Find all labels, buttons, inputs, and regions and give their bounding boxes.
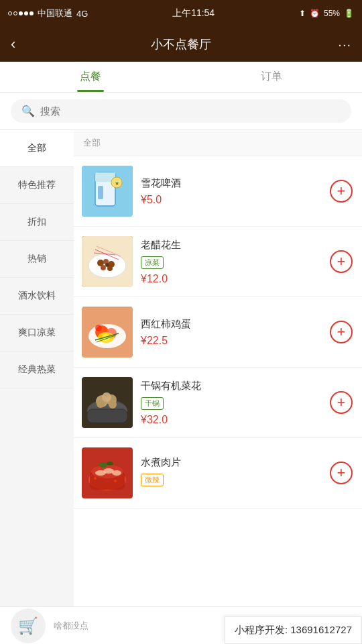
search-bar: 🔍 — [0, 93, 362, 130]
sidebar-item-drinks[interactable]: 酒水饮料 — [0, 278, 74, 315]
battery-label: 55% — [324, 9, 340, 18]
add-button-1[interactable]: + — [330, 180, 353, 203]
food-name-1: 雪花啤酒 — [141, 177, 322, 190]
svg-point-40 — [112, 470, 121, 476]
svg-point-30 — [102, 392, 111, 402]
food-image-3 — [82, 307, 133, 358]
svg-point-13 — [105, 263, 109, 267]
network-label: 4G — [76, 9, 88, 19]
svg-rect-33 — [87, 409, 127, 423]
food-price-1: ¥5.0 — [141, 194, 322, 206]
food-price-2: ¥12.0 — [141, 273, 322, 285]
food-info-2: 老醋花生 凉菜 ¥12.0 — [141, 239, 322, 285]
tab-bar: 点餐 订单 — [0, 62, 362, 93]
add-button-2[interactable]: + — [330, 250, 353, 273]
sidebar-item-hot[interactable]: 热销 — [0, 241, 74, 278]
svg-point-41 — [99, 462, 107, 468]
food-tag-5: 微辣 — [141, 474, 164, 486]
svg-point-43 — [94, 477, 97, 480]
svg-point-31 — [97, 400, 105, 408]
category-sidebar: 全部 特色推荐 折扣 热销 酒水饮料 爽口凉菜 经典热菜 — [0, 130, 74, 641]
dev-banner: 小程序开发: 13691612727 — [225, 616, 362, 644]
search-input[interactable] — [40, 105, 341, 117]
food-image-1: ★ — [82, 166, 133, 217]
page-title: 小不点餐厅 — [151, 36, 211, 52]
svg-point-44 — [114, 480, 117, 482]
signal-icon — [8, 11, 34, 15]
dev-banner-label: 小程序开发: 13691612727 — [235, 624, 352, 635]
location-icon: ⬆ — [299, 9, 306, 18]
svg-point-42 — [107, 462, 113, 466]
food-item-3: 西红柿鸡蛋 ¥22.5 + — [74, 297, 362, 368]
food-info-3: 西红柿鸡蛋 ¥22.5 — [141, 318, 322, 347]
food-item-1: ★ 雪花啤酒 ¥5.0 + — [74, 156, 362, 227]
food-info-4: 干锅有机菜花 干锅 ¥32.0 — [141, 380, 322, 426]
search-icon: 🔍 — [21, 105, 35, 117]
food-name-4: 干锅有机菜花 — [141, 380, 322, 392]
food-price-3: ¥22.5 — [141, 335, 322, 347]
back-button[interactable]: ‹ — [11, 36, 15, 53]
food-tag-4: 干锅 — [141, 397, 164, 410]
status-right: ⬆ ⏰ 55% 🔋 — [299, 9, 354, 18]
cart-button[interactable]: 🛒 — [11, 608, 46, 643]
food-name-2: 老醋花生 — [141, 239, 322, 252]
status-bar: 中国联通 4G 上午11:54 ⬆ ⏰ 55% 🔋 — [0, 0, 362, 27]
food-info-1: 雪花啤酒 ¥5.0 — [141, 177, 322, 206]
food-image-4 — [82, 377, 133, 428]
food-info-5: 水煮肉片 微辣 — [141, 456, 322, 490]
food-tag-2: 凉菜 — [141, 256, 164, 269]
food-name-3: 西红柿鸡蛋 — [141, 318, 322, 331]
app-header: ‹ 小不点餐厅 ··· — [0, 27, 362, 62]
more-button[interactable]: ··· — [338, 37, 351, 52]
battery-icon: 🔋 — [344, 9, 354, 18]
sidebar-item-cold[interactable]: 爽口凉菜 — [0, 315, 74, 352]
svg-point-32 — [109, 400, 117, 409]
search-wrap[interactable]: 🔍 — [11, 99, 351, 123]
add-button-5[interactable]: + — [330, 462, 353, 484]
svg-text:★: ★ — [115, 180, 119, 186]
food-image-2 — [82, 236, 133, 287]
sidebar-item-featured[interactable]: 特色推荐 — [0, 167, 74, 204]
tab-order[interactable]: 点餐 — [0, 62, 181, 92]
food-name-5: 水煮肉片 — [141, 456, 322, 469]
add-button-4[interactable]: + — [330, 391, 353, 414]
tab-myorder[interactable]: 订单 — [181, 62, 362, 92]
status-left: 中国联通 4G — [8, 7, 88, 19]
section-header: 全部 — [74, 130, 362, 156]
cart-empty-text: 啥都没点 — [54, 620, 88, 632]
add-button-3[interactable]: + — [330, 321, 353, 343]
food-price-4: ¥32.0 — [141, 414, 322, 426]
food-item-2: 老醋花生 凉菜 ¥12.0 + — [74, 227, 362, 297]
food-item-4: 干锅有机菜花 干锅 ¥32.0 + — [74, 368, 362, 438]
main-content: 全部 特色推荐 折扣 热销 酒水饮料 爽口凉菜 经典热菜 全部 — [0, 130, 362, 641]
sidebar-item-classic[interactable]: 经典热菜 — [0, 352, 74, 388]
sidebar-item-discount[interactable]: 折扣 — [0, 204, 74, 241]
alarm-icon: ⏰ — [310, 9, 320, 18]
sidebar-item-all[interactable]: 全部 — [0, 130, 74, 167]
svg-point-11 — [101, 265, 106, 270]
food-list: 全部 ★ 雪花啤酒 ¥5.0 + — [74, 130, 362, 641]
food-item-5: 水煮肉片 微辣 + — [74, 438, 362, 508]
svg-rect-3 — [98, 186, 103, 199]
carrier-label: 中国联通 — [38, 7, 72, 19]
svg-point-23 — [95, 325, 102, 331]
status-time: 上午11:54 — [172, 7, 215, 19]
food-image-5 — [82, 447, 133, 498]
